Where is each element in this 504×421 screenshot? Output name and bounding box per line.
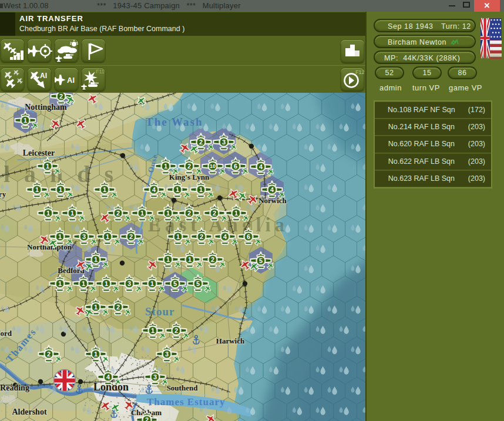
svg-text:5: 5 [259, 257, 263, 264]
svg-text:4: 4 [259, 163, 263, 170]
svg-text:2: 2 [129, 233, 133, 240]
svg-text:3: 3 [82, 233, 86, 240]
svg-text:1: 1 [164, 163, 167, 170]
svg-text:4: 4 [106, 373, 110, 380]
svg-text:AI: AI [67, 76, 75, 85]
svg-text:ford: ford [0, 329, 12, 338]
svg-text:1: 1 [234, 210, 238, 217]
svg-text:2: 2 [59, 93, 63, 100]
svg-text:6: 6 [234, 163, 237, 170]
svg-text:The Wash: The Wash [146, 116, 203, 128]
svg-text:1: 1 [94, 256, 98, 263]
svg-text:F11: F11 [96, 69, 105, 75]
svg-text:1: 1 [140, 210, 144, 217]
svg-text:2: 2 [47, 351, 51, 358]
svg-text:5: 5 [173, 280, 177, 287]
svg-text:1: 1 [105, 280, 108, 287]
svg-text:1: 1 [46, 163, 49, 170]
svg-text:2: 2 [174, 327, 178, 334]
svg-text:1: 1 [176, 233, 180, 240]
svg-text:Southend: Southend [167, 383, 199, 392]
svg-text:2: 2 [200, 233, 203, 240]
svg-text:Stour: Stour [145, 305, 174, 318]
svg-text:Aldershot: Aldershot [12, 407, 46, 416]
svg-text:2: 2 [187, 163, 191, 170]
svg-text:6: 6 [247, 233, 250, 240]
svg-text:1: 1 [58, 280, 62, 287]
svg-text:4: 4 [223, 233, 227, 240]
svg-text:1: 1 [151, 327, 154, 334]
svg-text:1: 1 [199, 186, 203, 193]
svg-text:2: 2 [116, 210, 120, 217]
svg-text:2: 2 [211, 256, 214, 263]
svg-text:1: 1 [46, 210, 50, 217]
svg-text:3: 3 [222, 139, 226, 146]
svg-text:1: 1 [23, 117, 27, 124]
svg-text:2: 2 [145, 416, 149, 421]
svg-text:4: 4 [270, 186, 274, 193]
svg-text:1: 1 [166, 256, 170, 263]
svg-text:1: 1 [106, 233, 109, 240]
svg-text:2: 2 [213, 210, 216, 217]
svg-text:1: 1 [188, 256, 191, 263]
svg-text:F12: F12 [355, 69, 365, 75]
svg-text:Thames Estuary: Thames Estuary [147, 396, 225, 407]
svg-text:Harwich: Harwich [216, 336, 245, 345]
svg-text:1: 1 [94, 304, 98, 311]
svg-text:ry: ry [0, 190, 6, 198]
svg-text:1: 1 [70, 210, 74, 217]
svg-text:Reading: Reading [0, 383, 29, 392]
svg-text:3: 3 [153, 373, 157, 380]
svg-text:2: 2 [199, 139, 203, 146]
svg-text:1: 1 [176, 186, 179, 193]
svg-text:1: 1 [58, 233, 62, 240]
svg-text:1: 1 [94, 351, 98, 358]
svg-text:2: 2 [187, 210, 191, 217]
svg-text:1: 1 [59, 186, 62, 193]
svg-text:3: 3 [165, 351, 169, 358]
svg-text:1: 1 [150, 280, 154, 287]
svg-text:Leicester: Leicester [23, 149, 55, 157]
svg-text:4: 4 [152, 186, 156, 193]
svg-text:1: 1 [35, 186, 39, 193]
svg-text:1: 1 [82, 280, 85, 287]
svg-text:2: 2 [116, 304, 120, 311]
svg-text:1: 1 [166, 210, 170, 217]
svg-text:lands: lands [4, 161, 127, 187]
svg-text:10: 10 [210, 163, 216, 169]
svg-text:AI: AI [40, 72, 47, 80]
svg-text:3: 3 [127, 280, 131, 287]
svg-text:5: 5 [196, 280, 200, 287]
svg-text:1: 1 [103, 186, 106, 193]
